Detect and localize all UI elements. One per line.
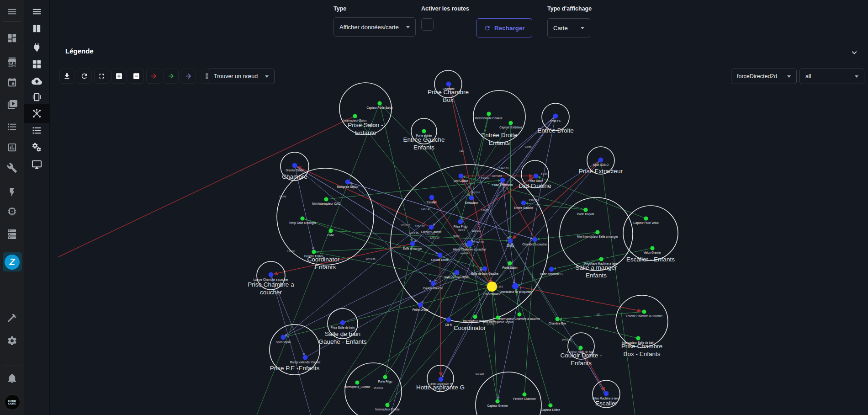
- graph-node[interactable]: [324, 197, 328, 201]
- sidebar-item-dashboard[interactable]: [3, 29, 21, 47]
- zoom-out-button[interactable]: [129, 69, 144, 84]
- graph-node[interactable]: [644, 216, 648, 220]
- graph-node[interactable]: [410, 241, 415, 246]
- graph-node[interactable]: [328, 229, 333, 233]
- graph-node[interactable]: [636, 336, 640, 340]
- graph-node[interactable]: [446, 318, 451, 323]
- sidebar-item-chartbox[interactable]: [3, 138, 21, 156]
- graph-node[interactable]: [522, 392, 526, 396]
- graph-node[interactable]: [508, 261, 512, 265]
- graph-node[interactable]: [303, 355, 308, 360]
- type-select[interactable]: Afficher données/carte: [333, 17, 416, 37]
- sidebar-item-bolt[interactable]: [3, 183, 21, 201]
- layout-select[interactable]: forceDirected2d: [731, 69, 797, 84]
- graph-node[interactable]: [312, 250, 316, 254]
- find-node-select[interactable]: Trouver un nœud: [208, 69, 275, 84]
- download-button[interactable]: [59, 69, 74, 84]
- graph-node[interactable]: [533, 237, 538, 242]
- graph-node[interactable]: [642, 309, 646, 314]
- graph-node[interactable]: [548, 403, 552, 407]
- sidebar-item-store[interactable]: HACS: [3, 52, 21, 70]
- panel-item-cols[interactable]: [28, 19, 46, 37]
- graph-node[interactable]: [553, 114, 558, 119]
- sidebar-item-z2m[interactable]: Z: [3, 252, 22, 271]
- sidebar-item-memory[interactable]: [3, 202, 21, 220]
- graph-node[interactable]: [500, 178, 505, 183]
- graph-node[interactable]: [521, 201, 526, 206]
- graph-node[interactable]: [345, 180, 350, 185]
- graph-node[interactable]: [353, 114, 357, 118]
- graph-node[interactable]: [487, 112, 491, 116]
- sidebar-item-avatar[interactable]: HARDCORE: [3, 393, 21, 411]
- graph-node[interactable]: [495, 399, 499, 403]
- graph-node[interactable]: [598, 158, 603, 163]
- graph-node[interactable]: [418, 303, 423, 308]
- graph-node[interactable]: [583, 208, 587, 212]
- graph-node[interactable]: [458, 219, 463, 224]
- panel-item-phone[interactable]: [28, 88, 46, 106]
- graph-node[interactable]: [555, 317, 559, 321]
- graph-node[interactable]: [482, 266, 487, 271]
- graph-node[interactable]: [517, 312, 521, 316]
- graph-node[interactable]: [459, 174, 464, 179]
- sidebar-item-server[interactable]: [3, 225, 21, 243]
- panel-item-listbul[interactable]: [28, 121, 46, 139]
- graph-node[interactable]: [512, 283, 519, 289]
- graph-node[interactable]: [422, 129, 426, 133]
- panel-item-cloudup[interactable]: [28, 72, 46, 90]
- routes-checkbox[interactable]: [421, 18, 434, 31]
- fullscreen-button[interactable]: [94, 69, 109, 84]
- zoom-in-button[interactable]: [111, 69, 127, 84]
- panel-item-plug[interactable]: [28, 38, 46, 56]
- graph-node[interactable]: [385, 403, 389, 407]
- sidebar-item-wrench[interactable]: [3, 159, 21, 177]
- sidebar-item-calendar[interactable]: [3, 73, 21, 91]
- graph-node[interactable]: [269, 272, 274, 277]
- graph-node[interactable]: [599, 257, 603, 261]
- graph-node[interactable]: [508, 239, 513, 244]
- graph-node[interactable]: [604, 391, 609, 396]
- refresh-button[interactable]: [77, 69, 92, 84]
- filter-select[interactable]: all: [799, 69, 864, 84]
- graph-node[interactable]: [429, 195, 434, 200]
- graph-node[interactable]: [292, 163, 297, 168]
- graph-node[interactable]: [377, 101, 381, 105]
- panel-item-grid4[interactable]: [28, 55, 46, 73]
- graph-node[interactable]: [534, 174, 539, 179]
- graph-node[interactable]: [340, 320, 345, 325]
- graph-node[interactable]: [578, 346, 582, 350]
- display-type-select[interactable]: Carte: [547, 18, 590, 37]
- graph-node[interactable]: [473, 314, 477, 319]
- graph-node[interactable]: [281, 335, 286, 340]
- graph-node[interactable]: [429, 225, 434, 230]
- panel-item-cogs[interactable]: [28, 138, 46, 156]
- legend-collapse-button[interactable]: [849, 48, 859, 59]
- panel-item-hub[interactable]: [24, 104, 50, 123]
- graph-node[interactable]: [383, 375, 387, 379]
- panel-item-menu[interactable]: [28, 2, 46, 21]
- graph-node[interactable]: [300, 216, 304, 220]
- graph-node[interactable]: [455, 270, 460, 275]
- panel-item-monitor[interactable]: [28, 155, 46, 174]
- graph-node[interactable]: [595, 230, 599, 234]
- arrow-green-button[interactable]: [164, 69, 179, 84]
- sidebar-item-listbul[interactable]: [3, 117, 21, 136]
- network-graph-canvas[interactable]: Prise ChambreBoxPrise Salon -EnfantsEntr…: [50, 0, 868, 415]
- arrow-blue-button[interactable]: [181, 69, 196, 84]
- sidebar-item-menu[interactable]: [3, 2, 21, 21]
- arrow-red-button[interactable]: [146, 69, 161, 84]
- reload-button[interactable]: Recharger: [476, 18, 532, 37]
- sidebar-item-hammer[interactable]: [3, 309, 21, 327]
- graph-node[interactable]: [431, 281, 436, 286]
- graph-node[interactable]: [650, 246, 654, 250]
- sidebar-item-media[interactable]: [3, 95, 21, 113]
- graph-node[interactable]: [469, 196, 474, 201]
- graph-node[interactable]: [549, 267, 554, 272]
- sidebar-item-bell[interactable]: [3, 369, 21, 387]
- graph-node[interactable]: [439, 377, 444, 382]
- sidebar-item-cog[interactable]: [3, 331, 21, 350]
- graph-node[interactable]: [466, 240, 473, 247]
- graph-node[interactable]: [355, 380, 359, 384]
- graph-node[interactable]: [508, 121, 513, 125]
- graph-node[interactable]: [446, 82, 451, 87]
